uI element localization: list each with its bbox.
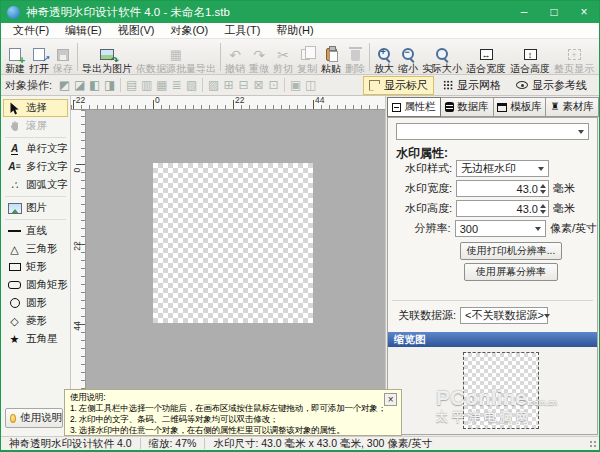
same-width-button[interactable]: ⊟: [236, 77, 251, 93]
menu-edit[interactable]: 编辑(E): [57, 23, 110, 38]
maximize-button[interactable]: □: [539, 1, 569, 23]
align-bottom-button[interactable]: ⊞: [221, 77, 236, 93]
align-right-button[interactable]: ▦: [154, 77, 169, 93]
use-printer-resolution-button[interactable]: 使用打印机分辨率...: [460, 242, 562, 260]
batch-export-button[interactable]: ▦ 依数据源批量导出: [134, 40, 218, 74]
menu-object[interactable]: 对象(O): [162, 23, 216, 38]
export-image-button[interactable]: 导出为图片: [80, 40, 134, 74]
redo-button[interactable]: ↷ 重做: [247, 40, 271, 74]
menu-tools[interactable]: 工具(T): [216, 23, 268, 38]
distribute-horizontal-button[interactable]: ≣: [169, 77, 184, 93]
copy-button[interactable]: 复制: [295, 40, 319, 74]
actual-size-button[interactable]: 实际大小: [420, 40, 464, 74]
object-operations-bar: 对象操作: ◩ ◪ ◧ ◨ ▤ ▥ ▦ ≣ ▧ ▨ ⊞ ⊟ ⊠ ⊡ ▣ ◫ 显示…: [1, 75, 599, 96]
height-unit: 毫米: [553, 201, 575, 216]
status-zoom-level: 缩放: 47%: [141, 437, 205, 451]
scissors-icon: ✂: [275, 47, 291, 63]
help-close-button[interactable]: ×: [384, 393, 397, 406]
use-screen-resolution-button[interactable]: 使用屏幕分辨率: [464, 263, 558, 281]
align-middle-button[interactable]: ▨: [206, 77, 221, 93]
ruler-label: 44: [315, 96, 324, 105]
canvas-area[interactable]: -22 0 22 44 0 22 44: [71, 96, 385, 436]
resolution-select[interactable]: 300: [455, 220, 546, 237]
ruler-icon: [369, 80, 380, 91]
show-guides-toggle[interactable]: 显示参考线: [510, 76, 593, 95]
fit-page-button[interactable]: 整页显示: [552, 40, 596, 74]
spinner-arrows-icon[interactable]: [540, 204, 546, 214]
style-select[interactable]: 无边框水印: [456, 160, 549, 177]
watermark-canvas[interactable]: [153, 163, 313, 323]
status-bar: 神奇透明水印设计软件 4.0 缩放: 47% 水印尺寸: 43.0 毫米 x 4…: [1, 436, 599, 450]
menu-file[interactable]: 文件(F): [5, 23, 57, 38]
tool-line[interactable]: 直线: [3, 222, 68, 240]
tool-select[interactable]: 选择: [3, 99, 68, 117]
bring-to-front-button[interactable]: ◧: [87, 77, 102, 93]
menu-help[interactable]: 帮助(H): [268, 23, 321, 38]
align-left-button[interactable]: ▤: [124, 77, 139, 93]
new-button[interactable]: 新建: [3, 40, 27, 74]
bring-forward-button[interactable]: ◩: [57, 77, 72, 93]
thumbnail-area: PConline .com.cn 太平洋电脑网: [388, 347, 597, 434]
zoom-out-button[interactable]: − 缩小: [396, 40, 420, 74]
close-button[interactable]: ×: [569, 1, 599, 23]
group-button[interactable]: ▣: [288, 77, 303, 93]
tab-templates[interactable]: 模板库: [493, 97, 547, 117]
tool-rounded-rectangle[interactable]: 圆角矩形: [3, 276, 68, 294]
thumbnail-preview[interactable]: [463, 352, 539, 429]
paste-button[interactable]: 粘贴: [319, 40, 343, 74]
eye-icon: [516, 81, 528, 89]
save-button[interactable]: 保存: [51, 40, 75, 74]
send-to-back-button[interactable]: ◨: [102, 77, 117, 93]
export-image-icon: [99, 47, 115, 63]
menu-bar: 文件(F) 编辑(E) 视图(V) 对象(O) 工具(T) 帮助(H): [1, 23, 599, 39]
properties-icon: [392, 103, 401, 112]
tool-image[interactable]: 图片: [3, 199, 68, 217]
new-document-icon: [7, 47, 23, 63]
undo-button[interactable]: ↶ 撤销: [223, 40, 247, 74]
same-size-button[interactable]: ⊡: [266, 77, 281, 93]
tool-triangle[interactable]: △ 三角形: [3, 240, 68, 258]
tool-arc-text[interactable]: ∴ 圆弧文字: [3, 176, 68, 194]
tab-materials[interactable]: ♜ 素材库: [545, 97, 599, 117]
tool-rectangle[interactable]: 矩形: [3, 258, 68, 276]
cut-button[interactable]: ✂ 剪切: [271, 40, 295, 74]
app-icon: [7, 6, 20, 19]
resize-grip[interactable]: [589, 440, 597, 448]
tool-star[interactable]: ★ 五角星: [3, 330, 68, 348]
same-height-button[interactable]: ⊠: [251, 77, 266, 93]
align-center-button[interactable]: ▥: [139, 77, 154, 93]
object-selector-combobox[interactable]: [396, 123, 589, 140]
database-icon: [445, 102, 454, 112]
width-spinner[interactable]: 43.0: [456, 180, 549, 197]
open-button[interactable]: 打开: [27, 40, 51, 74]
usage-help-button[interactable]: 使用说明: [5, 408, 63, 428]
zoom-in-button[interactable]: + 放大: [372, 40, 396, 74]
datasource-select[interactable]: <不关联数据源>: [460, 307, 548, 324]
tab-database[interactable]: 数据库: [440, 97, 494, 117]
fit-width-button[interactable]: 适合宽度: [464, 40, 508, 74]
ungroup-button[interactable]: ◫: [303, 77, 318, 93]
save-icon: [55, 47, 71, 63]
tool-multi-line-text[interactable]: A 多行文字: [3, 158, 68, 176]
menu-view[interactable]: 视图(V): [110, 23, 163, 38]
tab-properties[interactable]: 属性栏: [387, 97, 441, 117]
fit-height-button[interactable]: 适合高度: [508, 40, 552, 74]
style-row: 水印样式: 无边框水印: [388, 160, 597, 177]
show-grid-toggle[interactable]: 显示网格: [437, 76, 507, 95]
tool-single-line-text[interactable]: A 单行文字: [3, 140, 68, 158]
spinner-arrows-icon[interactable]: [540, 184, 546, 194]
show-ruler-toggle[interactable]: 显示标尺: [363, 76, 434, 95]
delete-button[interactable]: 删除: [343, 40, 367, 74]
tool-separator: [5, 219, 66, 220]
height-spinner[interactable]: 43.0: [456, 200, 549, 217]
tool-diamond[interactable]: ◇ 菱形: [3, 312, 68, 330]
tool-circle[interactable]: 圆形: [3, 294, 68, 312]
minimize-button[interactable]: –: [509, 1, 539, 23]
resolution-row: 分辨率: 300 像素/英寸: [388, 220, 597, 237]
clipboard-paste-icon: [323, 47, 339, 63]
hand-icon: [6, 118, 23, 134]
align-top-button[interactable]: ▧: [184, 77, 199, 93]
tool-scroll[interactable]: 滚屏: [3, 117, 68, 135]
send-backward-button[interactable]: ◪: [72, 77, 87, 93]
divider: [392, 300, 593, 301]
